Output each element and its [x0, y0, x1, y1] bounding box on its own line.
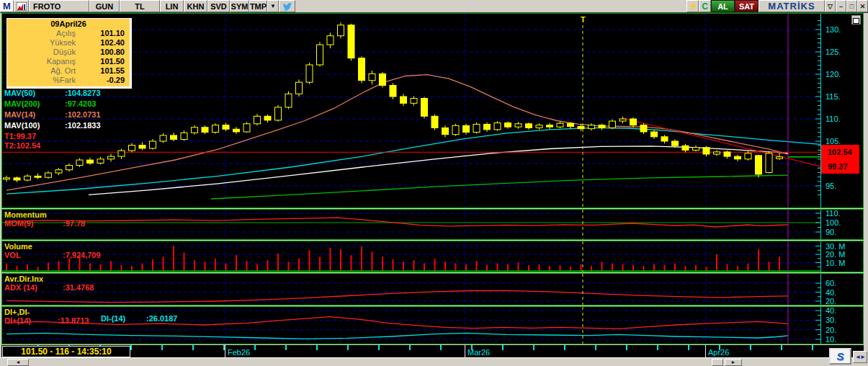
candle — [568, 123, 574, 126]
candle — [578, 127, 584, 129]
date-axis-bar: Feb26Mar26Apr26 101.50 - 116 - 14:35:10 — [1, 345, 864, 357]
adx-param: ADX (14) — [4, 283, 37, 292]
tooltip-date: 09April26 — [7, 19, 130, 29]
t-marker-label: T — [581, 15, 586, 24]
ohlc-tooltip: 09April26 Açılış101.10Yüksek102.40Düşük1… — [6, 18, 132, 89]
candle — [401, 97, 407, 103]
volume-bar — [758, 249, 759, 271]
volume-plot[interactable] — [2, 241, 820, 272]
legend-label: MAV(14) — [4, 110, 35, 119]
menu-button-tmp[interactable]: TMP — [249, 0, 267, 12]
legend-value: :104.8273 — [65, 89, 101, 97]
candle — [160, 135, 166, 141]
menu-button-khn[interactable]: KHN — [184, 0, 207, 12]
scroll-right-button[interactable]: ► — [725, 359, 742, 366]
volume-bar — [351, 255, 352, 271]
candle — [4, 178, 10, 179]
horizontal-scrollbar[interactable]: ◄ ► — [0, 357, 868, 366]
candle — [536, 125, 542, 128]
volume-bar — [507, 264, 509, 271]
main-chart-panel[interactable]: T 130.125.120.115.110.105.95.102.5499.37… — [1, 13, 864, 208]
minimize-button[interactable]: – — [836, 0, 846, 12]
axis-tick-label: 40. — [826, 307, 836, 315]
volume-bar — [465, 264, 467, 271]
axis-tick-label: 130. — [826, 26, 841, 34]
buy-button[interactable]: AL — [711, 0, 735, 12]
volume-bar — [68, 259, 70, 271]
menu-button-tl[interactable]: TL — [120, 0, 160, 12]
volume-bar — [298, 259, 300, 271]
candle — [108, 156, 115, 159]
candle — [181, 133, 187, 139]
tooltip-value: 101.10 — [76, 29, 130, 38]
candle — [327, 36, 334, 45]
volume-bar — [716, 254, 717, 271]
axis-tick-label: 40. — [826, 289, 836, 297]
legend-row: MAV(200):97.4203 — [4, 99, 40, 108]
window-dropdown-button[interactable]: ▽ — [825, 0, 836, 12]
matriks-s-logo-button[interactable]: S — [829, 348, 851, 365]
volume-panel[interactable]: 30. M20. M10. M Volume VOL :7,924,709 — [1, 241, 864, 272]
momentum-panel[interactable]: 110.100.90. Momentum MOM(9) :97.78 — [1, 209, 864, 240]
volume-bar — [653, 264, 655, 271]
month-separator — [705, 345, 706, 357]
titlebar-spacer — [295, 0, 686, 12]
di-panel[interactable]: 40.30.20.10. DI+,DI- DI+(14) :13.8713 DI… — [1, 306, 864, 344]
date-tick — [781, 345, 782, 350]
volume-bar — [277, 254, 279, 271]
candle — [369, 73, 375, 80]
axis-tick-label: 20. — [826, 326, 836, 334]
close-button[interactable]: ✕ — [857, 0, 868, 12]
volume-bar — [319, 256, 321, 271]
menu-button-sym[interactable]: SYM — [230, 0, 249, 12]
adx-panel[interactable]: 60.40.20. Avr.Dir.Inx ADX (14) :31.4768 — [1, 273, 864, 305]
volume-bar — [695, 265, 697, 271]
lightning-icon[interactable]: ⚡ — [686, 0, 699, 12]
volume-bar — [121, 265, 122, 271]
candle — [55, 170, 62, 173]
menu-button-lin[interactable]: LIN — [160, 0, 184, 12]
sell-button[interactable]: SAT — [735, 0, 759, 12]
candle — [139, 146, 146, 148]
momentum-value: :97.78 — [63, 219, 85, 228]
volume-bar — [581, 264, 582, 271]
matriks-m-logo[interactable]: M — [0, 0, 14, 12]
axis-tick-label: 30. — [826, 316, 836, 324]
matriks-s-icon: S — [836, 350, 844, 362]
date-tick — [130, 345, 132, 350]
momentum-plot[interactable] — [2, 210, 820, 239]
candle — [275, 107, 282, 120]
volume-bar — [560, 265, 561, 271]
date-tick — [161, 345, 163, 350]
candle — [484, 124, 491, 129]
connection-status-icon[interactable]: C — [699, 0, 711, 12]
volume-bar — [361, 247, 362, 271]
adx-plot[interactable] — [2, 274, 820, 305]
candle — [766, 153, 772, 173]
candle — [619, 119, 626, 121]
menu-button-svd[interactable]: SVD — [207, 0, 230, 12]
scroll-thumb[interactable] — [712, 359, 723, 366]
chart-type-icon[interactable] — [14, 0, 29, 12]
axis-tick-label: 100. — [826, 219, 841, 227]
chevron-down-icon[interactable]: ▼ — [267, 0, 279, 12]
volume-bar — [142, 264, 143, 271]
date-tick — [192, 345, 194, 350]
scroll-left-button[interactable]: ◄ — [7, 359, 29, 366]
price-marker: 99.37 — [821, 159, 859, 174]
month-label: Feb26 — [228, 348, 250, 357]
maximize-button[interactable]: □ — [846, 0, 857, 12]
twitter-button[interactable] — [279, 0, 295, 12]
panel-maximize-button[interactable] — [851, 15, 861, 24]
menu-button-gun[interactable]: GUN — [89, 0, 120, 12]
price-marker: 102.54 — [821, 145, 859, 159]
bar-navigation-buttons[interactable]: ◄► — [853, 351, 867, 363]
di-plot[interactable] — [2, 307, 820, 344]
volume-bar — [434, 259, 436, 271]
candle — [338, 25, 344, 36]
volume-bar — [194, 260, 195, 271]
month-label: Mar26 — [467, 348, 490, 357]
di-minus-value: :26.0187 — [146, 314, 177, 323]
candle — [547, 125, 553, 127]
symbol-label[interactable]: FROTO — [29, 0, 89, 12]
